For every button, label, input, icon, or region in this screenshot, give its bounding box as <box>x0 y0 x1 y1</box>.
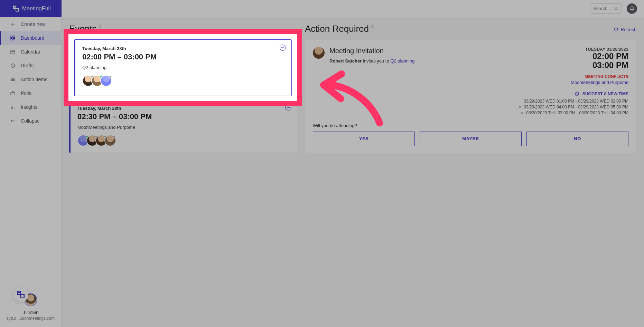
invite-text: invites you to <box>363 58 389 64</box>
sidebar-item-collapse[interactable]: Collapse <box>0 114 61 128</box>
app-badge-icon <box>13 287 28 302</box>
svg-line-22 <box>575 92 576 92</box>
suggest-new-time-button[interactable]: SUGGEST A NEW TIME <box>313 91 628 97</box>
user-email: syd.d....loonmeetings.com <box>0 316 61 321</box>
arrow-left-icon <box>10 118 16 124</box>
event-date: Tuesday, March 28th <box>82 46 284 51</box>
sidebar-item-label: Action Items <box>21 77 47 82</box>
rsvp-maybe-button[interactable]: MAYBE <box>420 132 522 146</box>
svg-rect-6 <box>11 38 12 40</box>
highlight-wrap: Tuesday, March 28th 02:00 PM – 03:00 PM … <box>68 34 297 101</box>
sidebar-item-action-items[interactable]: Action Items <box>0 73 61 86</box>
suggested-time-row[interactable]: 03/29/2023 WED 01:00 PM - 03/29/2023 WED… <box>313 99 628 104</box>
inviter-avatar[interactable] <box>313 47 325 59</box>
event-time: 02:30 PM – 03:00 PM <box>77 112 290 121</box>
action-start-time: 02:00 PM <box>585 52 628 61</box>
suggested-times: 03/29/2023 WED 01:00 PM - 03/29/2023 WED… <box>313 99 628 115</box>
sidebar-item-label: Collapse <box>21 118 39 124</box>
attendee-avatar[interactable] <box>104 135 116 146</box>
sidebar-item-label: Dashboard <box>21 35 45 41</box>
sidebar-item-dashboard[interactable]: Dashboard <box>0 31 61 45</box>
alarm-icon <box>574 91 580 97</box>
sidebar-item-create-new[interactable]: Create new <box>0 17 61 31</box>
refresh-button[interactable]: Refresh <box>614 27 636 32</box>
bullet-icon <box>521 112 523 114</box>
brand-logo-icon <box>12 5 19 12</box>
action-heading-row: Action Required ⓘ Refresh <box>305 23 636 34</box>
action-card: Meeting Invitation Robert Satcher invite… <box>305 40 636 153</box>
suggest-label: SUGGEST A NEW TIME <box>582 92 628 96</box>
svg-rect-7 <box>13 38 15 40</box>
svg-point-0 <box>615 7 617 9</box>
info-icon[interactable]: ⓘ <box>371 24 374 29</box>
search-input[interactable]: Search <box>590 3 622 14</box>
sidebar-item-drafts[interactable]: Drafts <box>0 59 61 73</box>
svg-line-1 <box>617 9 618 10</box>
list-icon <box>10 77 16 82</box>
briefcase-icon <box>10 90 16 96</box>
sidebar-item-label: Create new <box>21 21 46 27</box>
search-placeholder: Search <box>593 6 607 11</box>
event-time: 02:00 PM – 03:00 PM <box>82 52 284 61</box>
sidebar-item-polls[interactable]: Polls <box>0 86 61 100</box>
clock-icon <box>10 63 16 68</box>
action-title: Meeting Invitation <box>329 47 414 55</box>
info-icon[interactable]: ⓘ <box>99 24 102 29</box>
calendar-icon <box>10 49 16 55</box>
sidebar-item-insights[interactable]: Insights <box>0 100 61 114</box>
refresh-label: Refresh <box>620 27 636 32</box>
action-date: TUESDAY 03/28/2023 <box>585 47 628 52</box>
svg-rect-5 <box>13 36 15 38</box>
conflict-label: MEETING CONFLICTS <box>313 74 628 79</box>
attendee-avatar[interactable] <box>100 75 112 87</box>
sidebar-item-label: Calendar <box>21 49 40 55</box>
bell-icon <box>629 6 635 11</box>
event-title: MoonMeetings and Purpome <box>77 125 290 130</box>
event-attendees <box>82 75 284 87</box>
events-heading-text: Events <box>69 23 97 34</box>
event-more-button[interactable] <box>280 45 286 51</box>
notifications-button[interactable] <box>627 3 637 14</box>
suggested-time-row[interactable]: 03/30/2023 THU 03:00 PM - 03/30/2023 THU… <box>313 110 628 115</box>
attend-question: Will you be attending? <box>313 123 357 128</box>
invite-event-link[interactable]: Q2 planning <box>390 58 414 64</box>
event-card[interactable]: Tuesday, March 28th 02:30 PM – 03:00 PM … <box>69 99 297 153</box>
sidebar-item-calendar[interactable]: Calendar <box>0 45 61 59</box>
events-heading: Events ⓘ <box>69 23 297 34</box>
event-date: Tuesday, March 28th <box>77 106 290 111</box>
event-more-button[interactable] <box>285 104 291 110</box>
suggested-time-row[interactable]: 03/29/2023 WED 04:00 PM - 03/29/2023 WED… <box>313 105 628 109</box>
bar-chart-icon <box>10 104 16 110</box>
svg-rect-8 <box>11 50 15 54</box>
sidebar-item-label: Drafts <box>21 63 34 68</box>
refresh-icon <box>614 27 618 32</box>
action-heading-text: Action Required <box>305 23 369 34</box>
user-name: J Down <box>0 310 61 315</box>
bullet-icon <box>519 106 521 108</box>
rsvp-yes-button[interactable]: YES <box>313 132 415 146</box>
grid-icon <box>10 35 16 41</box>
sidebar-user: J Down syd.d....loonmeetings.com <box>0 293 61 321</box>
topbar: MeetingFull Search <box>0 0 644 17</box>
inviter-name: Robert Satcher <box>329 58 362 64</box>
plus-icon <box>10 21 16 27</box>
brand[interactable]: MeetingFull <box>0 0 62 17</box>
search-icon <box>614 6 619 11</box>
event-card[interactable]: Tuesday, March 28th 02:00 PM – 03:00 PM … <box>74 39 292 96</box>
action-column: Action Required ⓘ Refresh Meeting Invita… <box>305 23 636 321</box>
event-attendees <box>77 135 290 146</box>
brand-name: MeetingFull <box>22 6 51 12</box>
action-end-time: 03:00 PM <box>585 61 628 70</box>
conflict-event-link[interactable]: MoonMeetings and Purpome <box>313 80 628 85</box>
svg-line-23 <box>578 92 579 92</box>
action-subtitle: Robert Satcher invites you to Q2 plannin… <box>329 58 414 64</box>
event-title: Q2 planning <box>82 65 284 70</box>
sidebar: Create new Dashboard Calendar Drafts Act… <box>0 17 62 327</box>
rsvp-no-button[interactable]: NO <box>526 132 628 146</box>
svg-rect-16 <box>11 92 15 95</box>
sidebar-item-label: Insights <box>21 104 37 110</box>
sidebar-item-label: Polls <box>21 90 31 96</box>
svg-rect-4 <box>11 36 12 38</box>
